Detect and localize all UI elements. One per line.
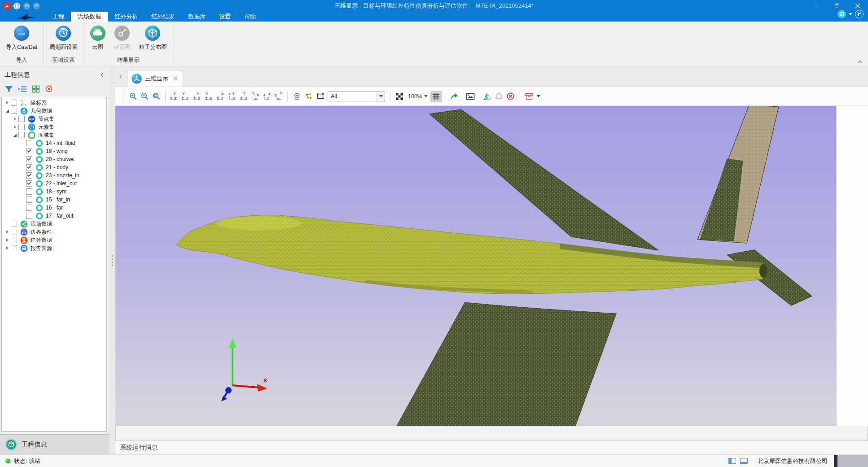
- tree-node-label[interactable]: 22 - inlet_out: [46, 180, 77, 187]
- 3d-viewport[interactable]: x: [115, 106, 836, 426]
- view-front-icon[interactable]: Yxz: [169, 91, 179, 101]
- cancel-icon[interactable]: [505, 91, 517, 102]
- expander-icon[interactable]: [20, 140, 26, 146]
- filter-icon[interactable]: [4, 85, 13, 93]
- section-box-icon[interactable]: [523, 91, 535, 102]
- expander-icon[interactable]: [20, 172, 26, 179]
- tree-item[interactable]: 21 - body: [2, 163, 106, 171]
- tree-checkbox[interactable]: [11, 229, 17, 235]
- tree-checkbox[interactable]: [26, 156, 32, 162]
- tree-checkbox[interactable]: [11, 108, 17, 114]
- expander-icon[interactable]: [20, 180, 26, 187]
- tree-item[interactable]: 15 - far_in: [2, 196, 106, 204]
- tree-node-label[interactable]: 几何数据: [31, 107, 52, 115]
- tree-node-label[interactable]: 流场数据: [31, 220, 52, 228]
- view-right-icon[interactable]: Yzx: [204, 91, 214, 101]
- minimize-button[interactable]: [806, 0, 827, 12]
- expand-list-icon[interactable]: [18, 85, 27, 93]
- grid-view-icon[interactable]: [32, 85, 40, 93]
- close-button[interactable]: [847, 0, 868, 12]
- expander-icon[interactable]: [20, 148, 26, 154]
- toolbar-drag-handle[interactable]: [120, 92, 123, 101]
- select-region-icon[interactable]: [314, 91, 326, 102]
- expander-icon[interactable]: [12, 116, 18, 122]
- tree-node-label[interactable]: 元素集: [38, 123, 54, 131]
- tree-item[interactable]: 边界条件: [2, 228, 106, 236]
- expander-icon[interactable]: [20, 196, 26, 203]
- tree-checkbox[interactable]: [18, 116, 25, 122]
- tree-node-label[interactable]: 14 - int_fluid: [46, 140, 75, 146]
- new-document-icon[interactable]: [13, 3, 20, 9]
- restore-button[interactable]: [827, 0, 847, 12]
- molecule-icon[interactable]: [302, 91, 314, 102]
- tree-checkbox[interactable]: [26, 140, 32, 146]
- tree-checkbox[interactable]: [26, 148, 32, 154]
- opacity-checker-icon[interactable]: [394, 91, 405, 102]
- contour-plot-button[interactable]: 云图: [87, 25, 109, 51]
- project-tree[interactable]: Yzx 坐标系 几何数据 节点集 元素集 面域集 14 - int_fluid …: [1, 97, 107, 432]
- tree-checkbox[interactable]: [11, 237, 17, 243]
- zoom-out-icon[interactable]: [139, 91, 150, 102]
- tree-node-label[interactable]: 19 - wing: [46, 148, 68, 154]
- expander-icon[interactable]: [20, 156, 26, 162]
- menu-item-project[interactable]: 工程: [46, 12, 71, 22]
- tree-checkbox[interactable]: [26, 205, 32, 211]
- menu-item-database[interactable]: 数据库: [181, 12, 212, 22]
- tree-item[interactable]: 16 - far: [2, 204, 106, 212]
- menu-item-ir-results[interactable]: 红外结果: [145, 12, 181, 22]
- tree-checkbox[interactable]: [11, 245, 17, 251]
- tree-checkbox[interactable]: [26, 180, 32, 187]
- expander-icon[interactable]: [20, 188, 26, 195]
- tree-checkbox[interactable]: [18, 132, 25, 138]
- tree-item[interactable]: 元素集: [2, 123, 106, 131]
- mesh-toggle-icon[interactable]: [430, 91, 442, 102]
- mirror-icon[interactable]: [482, 91, 493, 102]
- zoom-fit-icon[interactable]: [150, 91, 162, 102]
- tree-item[interactable]: 20 - chuiwei: [2, 155, 106, 163]
- collapse-panel-button[interactable]: [99, 72, 105, 78]
- tree-checkbox[interactable]: [26, 164, 32, 170]
- tree-item[interactable]: 18 - sym: [2, 188, 106, 196]
- display-filter-select[interactable]: All: [328, 92, 385, 101]
- section-box-dropdown[interactable]: [535, 91, 542, 102]
- tree-item[interactable]: 14 - int_fluid: [2, 139, 106, 147]
- menu-item-help[interactable]: 帮助: [237, 12, 263, 22]
- tree-node-label[interactable]: 18 - sym: [46, 188, 66, 195]
- tree-checkbox[interactable]: [26, 213, 32, 219]
- layout-left-panel-icon[interactable]: [728, 458, 736, 464]
- tree-item[interactable]: 22 - inlet_out: [2, 179, 106, 188]
- system-message-tab[interactable]: 系统运行消息: [115, 441, 868, 454]
- particle-plot-button[interactable]: 粒子分布图: [136, 25, 170, 51]
- tree-item[interactable]: 节点集: [2, 115, 106, 123]
- tab-3d-view[interactable]: 三维显示: [127, 70, 182, 87]
- export-arrow-icon[interactable]: [448, 91, 460, 102]
- tree-item[interactable]: 几何数据: [2, 107, 106, 115]
- view-iso-1-icon[interactable]: Yzx: [239, 91, 249, 101]
- tree-checkbox[interactable]: [26, 196, 32, 203]
- tree-node-label[interactable]: 面域集: [38, 131, 54, 139]
- import-casdat-button[interactable]: cas 导入Cas/Dat: [3, 25, 40, 51]
- expander-icon[interactable]: [4, 221, 11, 227]
- expander-icon[interactable]: [20, 164, 26, 170]
- tree-node-label[interactable]: 21 - body: [46, 164, 68, 170]
- tree-node-label[interactable]: 15 - far_in: [46, 196, 70, 203]
- view-iso-3-icon[interactable]: xzY: [262, 91, 272, 101]
- ribbon-collapse-icon[interactable]: [858, 60, 863, 63]
- tree-node-label[interactable]: 边界条件: [31, 228, 52, 236]
- view-left-icon[interactable]: Yxz: [192, 91, 202, 101]
- redo-icon[interactable]: [33, 3, 40, 9]
- expander-icon[interactable]: [20, 205, 26, 211]
- tree-item[interactable]: 面域集: [2, 131, 106, 139]
- panel-splitter[interactable]: [109, 66, 115, 454]
- expander-icon[interactable]: [12, 124, 18, 130]
- menu-item-settings[interactable]: 设置: [212, 12, 237, 22]
- tree-node-label[interactable]: 20 - chuiwei: [46, 156, 75, 162]
- tree-item[interactable]: 17 - far_out: [2, 212, 106, 220]
- tree-node-label[interactable]: 16 - far: [46, 205, 63, 211]
- tree-item[interactable]: 23 - nozzle_in: [2, 171, 106, 179]
- tree-checkbox[interactable]: [26, 172, 32, 179]
- tree-checkbox[interactable]: [26, 188, 32, 195]
- menu-item-flowfield[interactable]: 流场数据: [71, 12, 108, 22]
- expander-icon[interactable]: [20, 213, 26, 219]
- camera-icon[interactable]: [291, 91, 302, 102]
